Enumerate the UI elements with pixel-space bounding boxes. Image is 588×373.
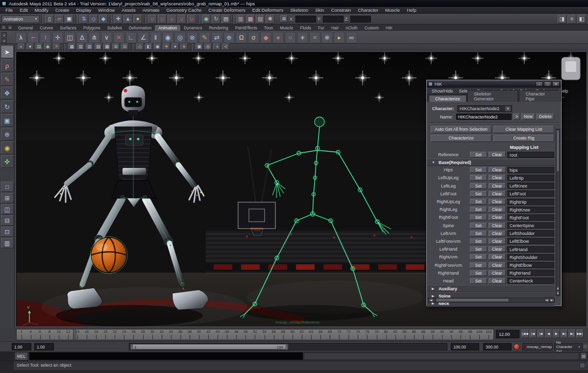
- scroll-up-icon[interactable]: ▲: [556, 286, 560, 290]
- timeline-frame-28[interactable]: 28: [138, 329, 147, 340]
- clear-mapping-list-button[interactable]: Clear Mapping List: [493, 126, 554, 133]
- ik-handle-tool-icon[interactable]: ⌐: [27, 32, 39, 43]
- playback-end-field[interactable]: 100.00: [451, 343, 479, 350]
- auto-get-all-button[interactable]: Auto Get All from Selection: [431, 126, 491, 133]
- timeline-frame-30[interactable]: 30: [147, 329, 157, 340]
- set-preferred-angle-icon[interactable]: ∟: [125, 32, 137, 43]
- name-input[interactable]: HIKCharacterNode2: [456, 114, 512, 120]
- timeline-frame-66[interactable]: 66: [316, 329, 325, 340]
- select-by-object-icon[interactable]: ◇: [89, 15, 98, 23]
- mapping-value-field[interactable]: LeftShoulder: [507, 230, 554, 236]
- grid-toggle-icon[interactable]: ▦: [68, 44, 75, 50]
- render-view-icon[interactable]: ▥: [236, 15, 245, 23]
- timeline-frame-62[interactable]: 62: [297, 329, 306, 340]
- safe-title-icon[interactable]: ⊟: [121, 44, 128, 50]
- set-button[interactable]: Set: [470, 223, 487, 229]
- shaded-icon[interactable]: ◧: [145, 44, 152, 50]
- key-icon[interactable]: ⚿: [584, 344, 587, 350]
- paint-select-tool[interactable]: ✎: [1, 73, 14, 86]
- menu-muscle[interactable]: Muscle: [382, 7, 403, 14]
- select-by-component-icon[interactable]: ◆: [99, 15, 108, 23]
- vertical-scrollbar[interactable]: ▲ ▼: [556, 129, 560, 296]
- timeline-frame-26[interactable]: 26: [129, 329, 138, 340]
- clear-button[interactable]: Clear: [489, 183, 506, 189]
- menu-skin[interactable]: Skin: [312, 7, 327, 14]
- clear-button[interactable]: Clear: [489, 238, 506, 244]
- timeline-frame-74[interactable]: 74: [353, 329, 363, 340]
- mapping-value-field[interactable]: root: [507, 152, 554, 158]
- shelf-tab-fluids[interactable]: Fluids: [296, 25, 315, 31]
- shadows-icon[interactable]: ●: [172, 44, 179, 50]
- shelf-tab-arrow-icon[interactable]: ▾: [7, 25, 13, 30]
- timeline-frame-38[interactable]: 38: [185, 329, 194, 340]
- xray-joints-icon[interactable]: ◑: [213, 44, 220, 50]
- time-slider[interactable]: 2468101214161820222426283032343638404244…: [16, 329, 494, 340]
- show-manipulator-tool[interactable]: ✜: [1, 155, 14, 168]
- connect-joint-icon[interactable]: ∨: [101, 32, 112, 43]
- set-button[interactable]: Set: [470, 254, 487, 260]
- shelf-menu-icon[interactable]: ≡: [1, 25, 6, 30]
- shelf-tab-polygons[interactable]: Polygons: [80, 25, 104, 31]
- move-tool[interactable]: ✥: [1, 87, 14, 99]
- select-by-hierarchy-icon[interactable]: ⇅: [79, 15, 88, 23]
- character-set-menu[interactable]: mocap_remap: [522, 343, 553, 350]
- hik-titlebar[interactable]: HIK – □ ✕: [427, 80, 561, 88]
- mapping-value-field[interactable]: LeftHand: [507, 246, 554, 253]
- clear-button[interactable]: Clear: [489, 231, 506, 236]
- persp-graph-layout-button[interactable]: ⊟: [1, 215, 14, 226]
- window-titlebar[interactable]: Autodesk Maya 2011 Beta 2 x64 - Trial Ve…: [0, 0, 588, 7]
- timeline-frame-80[interactable]: 80: [381, 329, 391, 340]
- single-pane-layout-button[interactable]: □: [1, 182, 14, 192]
- shelf-tab-hik[interactable]: HIK: [382, 25, 396, 31]
- joint-tool-icon[interactable]: λ: [15, 32, 26, 43]
- copy-weights-icon[interactable]: ⊕: [223, 32, 235, 43]
- timeline-frame-82[interactable]: 82: [391, 329, 400, 340]
- shelf-tab-dynamics[interactable]: Dynamics: [180, 25, 205, 31]
- timeline-frame-92[interactable]: 92: [438, 329, 447, 340]
- clear-button[interactable]: Clear: [489, 167, 506, 173]
- timeline-frame-40[interactable]: 40: [194, 329, 203, 340]
- clear-button[interactable]: Clear: [489, 262, 506, 268]
- timeline-frame-54[interactable]: 54: [260, 329, 269, 340]
- timeline-frame-42[interactable]: 42: [204, 329, 213, 340]
- timeline-frame-12[interactable]: 12: [63, 329, 73, 340]
- timeline-frame-60[interactable]: 60: [288, 329, 297, 340]
- snap-to-plane-icon[interactable]: ∪: [177, 15, 186, 23]
- safe-action-icon[interactable]: ⊞: [112, 44, 120, 50]
- timeline-frame-52[interactable]: 52: [250, 329, 260, 340]
- create-clip-icon[interactable]: ▸: [334, 32, 345, 43]
- blend-shape-icon[interactable]: ∞: [346, 32, 357, 43]
- timeline-frame-50[interactable]: 50: [241, 329, 250, 340]
- snap-to-curve-icon[interactable]: ∪: [158, 15, 167, 23]
- timeline-frame-46[interactable]: 46: [222, 329, 232, 340]
- mapping-value-field[interactable]: RightElbow: [507, 262, 554, 268]
- step-back-key-button[interactable]: |◀: [537, 329, 544, 338]
- four-pane-layout-button[interactable]: ⊞: [1, 193, 14, 203]
- mirror-weights-icon[interactable]: ⇄: [211, 32, 222, 43]
- absolute-transform-icon[interactable]: ⊞: [280, 15, 288, 23]
- lock-selection-icon[interactable]: ●: [133, 15, 142, 23]
- menu-help[interactable]: Help: [403, 7, 420, 14]
- auto-keyframe-button[interactable]: [514, 344, 520, 350]
- snap-to-grid-icon[interactable]: ∪: [148, 15, 157, 23]
- timeline-frame-2[interactable]: 2: [17, 329, 26, 340]
- ik-fk-blend-icon[interactable]: ‖: [150, 32, 161, 43]
- timeline-frame-100[interactable]: 100: [475, 329, 484, 340]
- set-button[interactable]: Set: [470, 270, 487, 276]
- mapping-value-field[interactable]: RightHip: [507, 199, 554, 205]
- set-button[interactable]: Set: [470, 191, 487, 197]
- set-button[interactable]: Set: [470, 167, 487, 173]
- film-gate-icon[interactable]: ▥: [77, 44, 84, 50]
- scale-tool[interactable]: ▣: [1, 114, 14, 127]
- universal-manipulator-tool[interactable]: ⊕: [1, 128, 14, 140]
- clear-button[interactable]: Clear: [489, 207, 506, 212]
- step-forward-frame-button[interactable]: ▶|: [568, 329, 576, 338]
- timeline-frame-56[interactable]: 56: [269, 329, 278, 340]
- hik-tab-characterize[interactable]: Characterize: [429, 95, 466, 102]
- highlight-selection-icon[interactable]: ✚: [114, 15, 122, 23]
- shelf-tab-toon[interactable]: Toon: [261, 25, 276, 31]
- delete-button[interactable]: Delete: [537, 114, 554, 120]
- snap-to-view-icon[interactable]: ∪: [187, 15, 196, 23]
- soft-modification-tool[interactable]: ◉: [1, 141, 14, 154]
- menu-edit[interactable]: Edit: [16, 7, 31, 14]
